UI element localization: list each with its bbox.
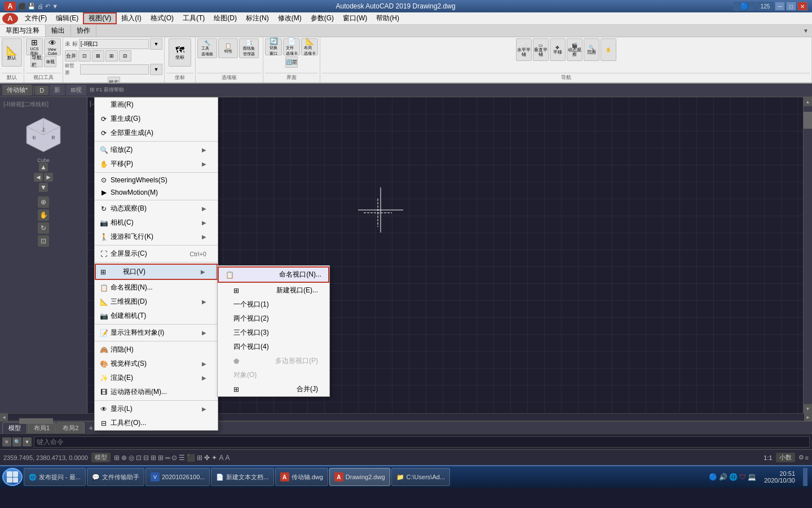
menu-hide[interactable]: 🙈消隐(H) (95, 343, 218, 357)
menu-help[interactable]: 帮助(H) (372, 12, 404, 24)
allow-dyn-icon[interactable]: ⊞ (151, 454, 156, 462)
trans-icon[interactable]: ⊙ (171, 454, 177, 462)
menu-pan[interactable]: ✋平移(P)▶ (95, 157, 218, 171)
menu-createcamera[interactable]: 📷创建相机(T) (95, 309, 218, 323)
scroll-down-button[interactable]: ▼ (804, 404, 812, 413)
grid-toggle-icon[interactable]: ⊞ (114, 454, 120, 462)
menu-redraw[interactable]: 重画(R) (95, 98, 218, 112)
coord-icon[interactable]: 🗺 坐标 (169, 38, 191, 67)
nav-up-arrow[interactable]: ▲ (39, 163, 48, 172)
vp-btn4[interactable]: ⊞ (105, 50, 118, 62)
menu-walk[interactable]: 🚶漫游和飞行(K)▶ (95, 230, 218, 244)
taskbar-acad1[interactable]: A 传动轴.dwg (275, 468, 328, 486)
menu-window[interactable]: 窗口(W) (338, 12, 372, 24)
default-icon[interactable]: 📐 默认 (2, 38, 22, 67)
switch-icon[interactable]: 🔄切换窗口 (265, 38, 282, 55)
ribbon-tab-sketch[interactable]: 草图与注释 (0, 25, 46, 37)
submenu-merge[interactable]: ⊞ 合并(J) (218, 382, 329, 396)
taskbar-newdoc[interactable]: 📄 新建文本文档... (211, 468, 273, 486)
tab-model[interactable]: 模型 (2, 422, 27, 433)
sel-cycling-icon[interactable]: ☰ (179, 454, 185, 462)
scroll-up-button[interactable]: ▲ (804, 97, 812, 106)
horiz-plane-icon[interactable]: ⬜水平平铺 (516, 38, 532, 61)
menu-mark[interactable]: 标注(N) (241, 12, 273, 24)
menu-showmotion[interactable]: ▶ShowMotion(M) (95, 186, 218, 199)
panel-tab-d[interactable]: D (35, 86, 48, 95)
command-input[interactable] (34, 436, 810, 448)
file-tab-icon[interactable]: 📄文件选项卡 (283, 38, 300, 55)
otrack-icon[interactable]: ⊟ (143, 454, 149, 462)
menu-camera[interactable]: 📷相机(C)▶ (95, 216, 218, 230)
start-button[interactable] (2, 468, 23, 486)
menu-modify[interactable]: 修改(M) (273, 12, 306, 24)
sheetset-icon[interactable]: 📑图纸集管理器 (239, 38, 259, 58)
move-icon[interactable]: ✥平移 (550, 38, 566, 61)
menu-orbit[interactable]: ↻动态观察(B)▶ (95, 202, 218, 216)
taskbar-filetransfer[interactable]: 💬 文件传输助手 (87, 468, 144, 486)
menu-zoom[interactable]: 🔍缩放(Z)▶ (95, 143, 218, 157)
scroll-left-button[interactable]: ◄ (0, 413, 8, 421)
annotative-icon[interactable]: A (219, 454, 223, 462)
view-sub-icon[interactable]: ⊞视 (44, 56, 56, 67)
vp-btn3[interactable]: ⊠ (92, 50, 104, 62)
settings-icon[interactable]: ⚙ (798, 454, 804, 461)
minimize-button[interactable]: ─ (775, 2, 785, 11)
menu-toolbar[interactable]: ⊟工具栏(O)... (95, 416, 218, 430)
vert-plane-icon[interactable]: ▭垂直平铺 (533, 38, 549, 61)
viewport-selector[interactable]: [-II视口 (79, 39, 149, 49)
status-mode[interactable]: 模型 (91, 453, 111, 462)
snap-icon[interactable]: ⊕ (121, 454, 127, 462)
app-menu-button[interactable]: A (2, 13, 18, 24)
right-scrollbar[interactable]: ▲ ▼ (803, 97, 812, 413)
smooth-mesh-icon[interactable]: ⊞ (197, 454, 202, 462)
vp-btn5[interactable]: ⊟ (119, 50, 131, 62)
scroll-thumb[interactable] (804, 112, 812, 129)
cmd-close-icon[interactable]: ✕ (2, 437, 11, 446)
close-button[interactable]: ✕ (797, 2, 807, 11)
3d-obj-icon[interactable]: ⬛ (187, 454, 195, 462)
nav-extent-icon[interactable]: ⊡ (38, 235, 49, 247)
cmd-search-icon[interactable]: 🔍 (12, 437, 21, 446)
linewidth-icon[interactable]: ═ (165, 454, 170, 462)
taskbar-vbox[interactable]: V 20201026100... (145, 468, 210, 486)
submenu-one[interactable]: 一个视口(1) (218, 297, 329, 312)
menu-tools[interactable]: 工具(T) (178, 12, 209, 24)
menu-namedviews[interactable]: 📋命名视图(N)... (95, 281, 218, 295)
scroll-right-button[interactable]: ► (804, 413, 812, 421)
ribbon-tab-collab[interactable]: 协作 (71, 25, 96, 37)
menu-visualstyles[interactable]: 🎨视觉样式(S)▶ (95, 357, 218, 371)
vp-btn1[interactable]: 合并 (65, 50, 77, 62)
title-bar-controls[interactable]: 🔵 125 ─ □ ✕ (733, 2, 807, 11)
submenu-four[interactable]: 四个视口(4) (218, 340, 329, 354)
dynin-icon[interactable]: ⊞ (158, 454, 164, 462)
ribbon-tab-output[interactable]: 输出 (46, 25, 71, 37)
nav-left-arrow[interactable]: ◄ (34, 173, 43, 182)
menu-render[interactable]: ✨渲染(E)▶ (95, 371, 218, 385)
show-desktop-button[interactable] (803, 468, 807, 486)
menu-fullscreen[interactable]: ⛶全屏显示(C)Ctrl+0 (95, 247, 218, 261)
hand-icon[interactable]: ✋ (601, 38, 616, 61)
nav-zoom-icon[interactable]: ⊕ (38, 196, 49, 208)
annotate-vis-icon[interactable]: A (225, 454, 230, 462)
maximize-button[interactable]: □ (786, 2, 796, 11)
menu-param[interactable]: 参数(G) (306, 12, 338, 24)
menu-showann[interactable]: 📝显示注释性对象(I)▶ (95, 326, 218, 340)
panel-tab-view[interactable]: ⊞视 (66, 85, 86, 95)
panel-tab-new[interactable]: 新 (50, 85, 65, 95)
nav-orbit-icon[interactable]: ↻ (38, 222, 49, 234)
menu-motion[interactable]: 🎞运动路径动画(M)... (95, 385, 218, 399)
world-view-dropdown[interactable]: ▼ (150, 64, 162, 75)
tab-layout2[interactable]: 布局2 (56, 422, 85, 433)
prop-icon[interactable]: 📋特性 (218, 38, 238, 58)
menu-file[interactable]: 文件(F) (20, 12, 51, 24)
tab-layout1[interactable]: 布局1 (28, 422, 56, 433)
menu-format[interactable]: 格式(O) (146, 12, 178, 24)
nav-down-arrow[interactable]: ▼ (39, 183, 48, 192)
nav-pan-icon[interactable]: ✋ (38, 209, 49, 221)
layout-icon[interactable]: 📐布局选项卡 (301, 38, 318, 55)
menu-view[interactable]: 视图(V) (83, 12, 117, 24)
decimals-display[interactable]: 小数 (776, 453, 795, 462)
vp-btn2[interactable]: ⊡ (78, 50, 91, 62)
layers-icon[interactable]: 🔢层 (285, 56, 298, 68)
menu-draw[interactable]: 绘图(D) (209, 12, 241, 24)
